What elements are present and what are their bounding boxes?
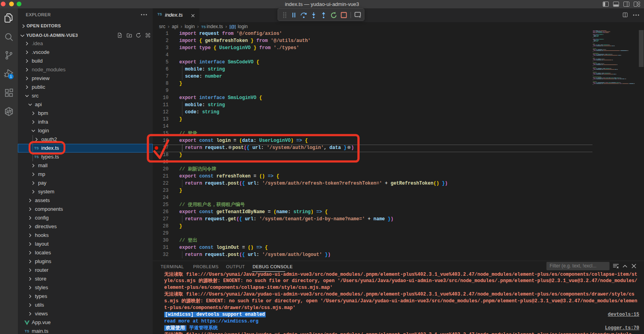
svg-text:1: 1 xyxy=(10,74,12,78)
